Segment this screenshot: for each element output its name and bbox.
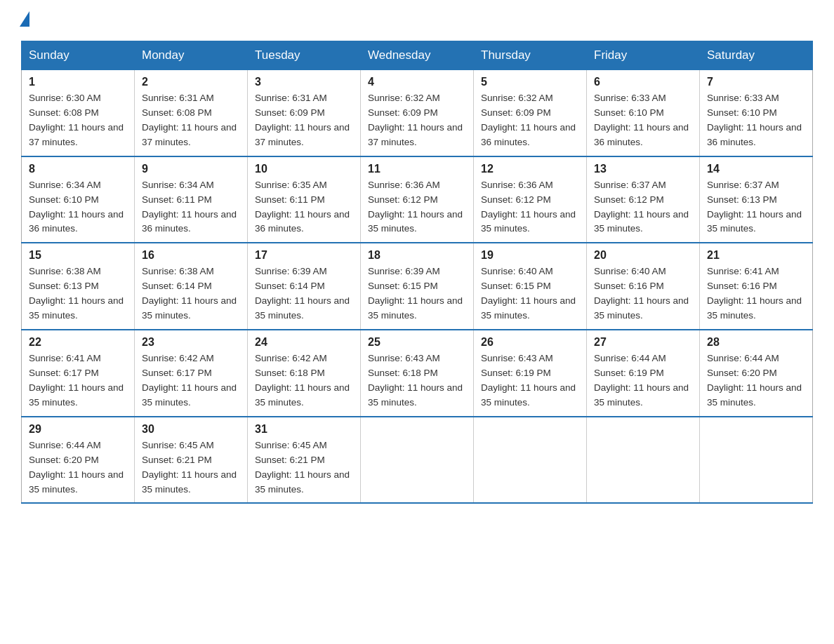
day-info: Sunrise: 6:32 AMSunset: 6:09 PMDaylight:…: [481, 93, 576, 147]
day-number: 6: [594, 76, 692, 88]
day-number: 4: [368, 76, 466, 88]
day-info: Sunrise: 6:35 AMSunset: 6:11 PMDaylight:…: [255, 180, 350, 234]
day-info: Sunrise: 6:38 AMSunset: 6:14 PMDaylight:…: [142, 266, 237, 321]
day-info: Sunrise: 6:37 AMSunset: 6:13 PMDaylight:…: [707, 180, 802, 234]
day-cell: 23Sunrise: 6:42 AMSunset: 6:17 PMDayligh…: [135, 330, 248, 417]
day-cell: 6Sunrise: 6:33 AMSunset: 6:10 PMDaylight…: [587, 70, 700, 156]
day-info: Sunrise: 6:33 AMSunset: 6:10 PMDaylight:…: [594, 93, 689, 147]
day-info: Sunrise: 6:43 AMSunset: 6:18 PMDaylight:…: [368, 353, 463, 408]
day-info: Sunrise: 6:42 AMSunset: 6:18 PMDaylight:…: [255, 353, 350, 408]
day-info: Sunrise: 6:36 AMSunset: 6:12 PMDaylight:…: [481, 180, 576, 234]
day-cell: [700, 417, 813, 504]
day-cell: 26Sunrise: 6:43 AMSunset: 6:19 PMDayligh…: [474, 330, 587, 417]
calendar-body: 1Sunrise: 6:30 AMSunset: 6:08 PMDaylight…: [22, 70, 813, 504]
day-cell: 18Sunrise: 6:39 AMSunset: 6:15 PMDayligh…: [361, 243, 474, 330]
day-number: 18: [368, 249, 466, 262]
week-row: 29Sunrise: 6:44 AMSunset: 6:20 PMDayligh…: [22, 417, 813, 504]
day-number: 30: [142, 423, 240, 436]
day-number: 20: [594, 249, 692, 262]
day-cell: 9Sunrise: 6:34 AMSunset: 6:11 PMDaylight…: [135, 156, 248, 243]
day-info: Sunrise: 6:30 AMSunset: 6:08 PMDaylight:…: [29, 93, 124, 147]
day-cell: 15Sunrise: 6:38 AMSunset: 6:13 PMDayligh…: [22, 243, 135, 330]
day-number: 5: [481, 76, 579, 88]
day-cell: 20Sunrise: 6:40 AMSunset: 6:16 PMDayligh…: [587, 243, 700, 330]
day-number: 29: [29, 423, 127, 436]
day-cell: 17Sunrise: 6:39 AMSunset: 6:14 PMDayligh…: [248, 243, 361, 330]
day-cell: 4Sunrise: 6:32 AMSunset: 6:09 PMDaylight…: [361, 70, 474, 156]
day-number: 8: [29, 163, 127, 175]
header-cell-tuesday: Tuesday: [248, 41, 361, 70]
day-number: 24: [255, 336, 353, 349]
day-info: Sunrise: 6:34 AMSunset: 6:10 PMDaylight:…: [29, 180, 124, 234]
day-cell: 29Sunrise: 6:44 AMSunset: 6:20 PMDayligh…: [22, 417, 135, 504]
day-number: 23: [142, 336, 240, 349]
day-cell: 12Sunrise: 6:36 AMSunset: 6:12 PMDayligh…: [474, 156, 587, 243]
day-info: Sunrise: 6:33 AMSunset: 6:10 PMDaylight:…: [707, 93, 802, 147]
header-cell-saturday: Saturday: [700, 41, 813, 70]
day-info: Sunrise: 6:38 AMSunset: 6:13 PMDaylight:…: [29, 266, 124, 321]
day-cell: 16Sunrise: 6:38 AMSunset: 6:14 PMDayligh…: [135, 243, 248, 330]
day-cell: 13Sunrise: 6:37 AMSunset: 6:12 PMDayligh…: [587, 156, 700, 243]
day-info: Sunrise: 6:32 AMSunset: 6:09 PMDaylight:…: [368, 93, 463, 147]
day-cell: 27Sunrise: 6:44 AMSunset: 6:19 PMDayligh…: [587, 330, 700, 417]
day-cell: [587, 417, 700, 504]
day-number: 17: [255, 249, 353, 262]
day-info: Sunrise: 6:40 AMSunset: 6:16 PMDaylight:…: [594, 266, 689, 321]
day-info: Sunrise: 6:44 AMSunset: 6:20 PMDaylight:…: [29, 440, 124, 495]
day-number: 10: [255, 163, 353, 175]
day-number: 26: [481, 336, 579, 349]
week-row: 8Sunrise: 6:34 AMSunset: 6:10 PMDaylight…: [22, 156, 813, 243]
day-number: 13: [594, 163, 692, 175]
header-cell-thursday: Thursday: [474, 41, 587, 70]
day-info: Sunrise: 6:31 AMSunset: 6:08 PMDaylight:…: [142, 93, 237, 147]
day-number: 11: [368, 163, 466, 175]
day-cell: 2Sunrise: 6:31 AMSunset: 6:08 PMDaylight…: [135, 70, 248, 156]
day-number: 14: [707, 163, 805, 175]
day-info: Sunrise: 6:45 AMSunset: 6:21 PMDaylight:…: [255, 440, 350, 495]
day-cell: 22Sunrise: 6:41 AMSunset: 6:17 PMDayligh…: [22, 330, 135, 417]
day-number: 15: [29, 249, 127, 262]
day-cell: 21Sunrise: 6:41 AMSunset: 6:16 PMDayligh…: [700, 243, 813, 330]
day-cell: 31Sunrise: 6:45 AMSunset: 6:21 PMDayligh…: [248, 417, 361, 504]
day-cell: [474, 417, 587, 504]
day-cell: 5Sunrise: 6:32 AMSunset: 6:09 PMDaylight…: [474, 70, 587, 156]
day-cell: 25Sunrise: 6:43 AMSunset: 6:18 PMDayligh…: [361, 330, 474, 417]
day-info: Sunrise: 6:39 AMSunset: 6:14 PMDaylight:…: [255, 266, 350, 321]
day-cell: 24Sunrise: 6:42 AMSunset: 6:18 PMDayligh…: [248, 330, 361, 417]
calendar-header: SundayMondayTuesdayWednesdayThursdayFrid…: [22, 41, 813, 70]
header-cell-friday: Friday: [587, 41, 700, 70]
day-cell: 11Sunrise: 6:36 AMSunset: 6:12 PMDayligh…: [361, 156, 474, 243]
header-cell-monday: Monday: [135, 41, 248, 70]
day-number: 2: [142, 76, 240, 88]
day-number: 1: [29, 76, 127, 88]
header-cell-sunday: Sunday: [22, 41, 135, 70]
day-info: Sunrise: 6:45 AMSunset: 6:21 PMDaylight:…: [142, 440, 237, 495]
calendar-table: SundayMondayTuesdayWednesdayThursdayFrid…: [21, 41, 813, 504]
day-cell: 19Sunrise: 6:40 AMSunset: 6:15 PMDayligh…: [474, 243, 587, 330]
day-info: Sunrise: 6:34 AMSunset: 6:11 PMDaylight:…: [142, 180, 237, 234]
day-cell: 14Sunrise: 6:37 AMSunset: 6:13 PMDayligh…: [700, 156, 813, 243]
day-info: Sunrise: 6:40 AMSunset: 6:15 PMDaylight:…: [481, 266, 576, 321]
day-info: Sunrise: 6:44 AMSunset: 6:19 PMDaylight:…: [594, 353, 689, 408]
day-info: Sunrise: 6:31 AMSunset: 6:09 PMDaylight:…: [255, 93, 350, 147]
day-number: 31: [255, 423, 353, 436]
day-number: 28: [707, 336, 805, 349]
day-number: 22: [29, 336, 127, 349]
week-row: 15Sunrise: 6:38 AMSunset: 6:13 PMDayligh…: [22, 243, 813, 330]
day-info: Sunrise: 6:37 AMSunset: 6:12 PMDaylight:…: [594, 180, 689, 234]
week-row: 1Sunrise: 6:30 AMSunset: 6:08 PMDaylight…: [22, 70, 813, 156]
day-info: Sunrise: 6:42 AMSunset: 6:17 PMDaylight:…: [142, 353, 237, 408]
day-cell: 7Sunrise: 6:33 AMSunset: 6:10 PMDaylight…: [700, 70, 813, 156]
day-number: 3: [255, 76, 353, 88]
day-number: 9: [142, 163, 240, 175]
logo-triangle-icon: [20, 11, 29, 27]
day-number: 21: [707, 249, 805, 262]
day-number: 7: [707, 76, 805, 88]
day-number: 12: [481, 163, 579, 175]
day-cell: [361, 417, 474, 504]
day-info: Sunrise: 6:44 AMSunset: 6:20 PMDaylight:…: [707, 353, 802, 408]
day-info: Sunrise: 6:36 AMSunset: 6:12 PMDaylight:…: [368, 180, 463, 234]
day-info: Sunrise: 6:41 AMSunset: 6:16 PMDaylight:…: [707, 266, 802, 321]
day-info: Sunrise: 6:41 AMSunset: 6:17 PMDaylight:…: [29, 353, 124, 408]
day-number: 16: [142, 249, 240, 262]
